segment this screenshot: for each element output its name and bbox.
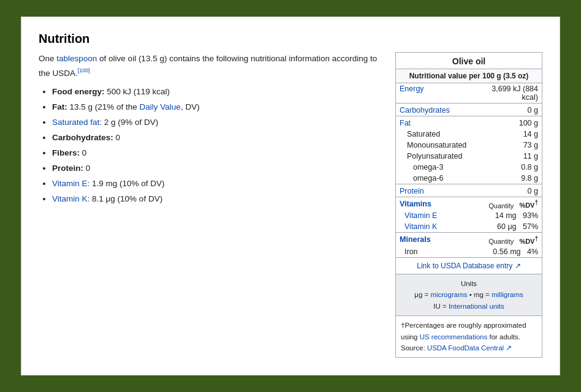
mono-value: 73 g xyxy=(470,140,542,151)
mg-mid: • mg = xyxy=(467,291,492,298)
table-row: Iron 0.56 mg 4% xyxy=(396,246,542,257)
international-units-link[interactable]: International units xyxy=(449,303,504,310)
list-item: Vitamin E: 1.9 mg (10% of DV) xyxy=(52,177,383,191)
vitamin-k-table-link[interactable]: Vitamin K xyxy=(404,222,437,231)
main-content: One tablespoon of olive oil (13.5 g) con… xyxy=(39,52,542,358)
fat-table-value: 100 g xyxy=(470,116,542,129)
list-item: Fat: 13.5 g (21% of the Daily Value, DV) xyxy=(52,100,383,115)
vitamins-header-row: Vitamins Quantity %DV† xyxy=(396,197,542,210)
list-item: Vitamin K: 8.1 μg (10% of DV) xyxy=(52,192,383,206)
fat-label: Fat: xyxy=(52,102,67,111)
vitamin-e-value: 1.9 mg (10% of DV) xyxy=(92,179,165,188)
vitamins-cols: Quantity %DV† xyxy=(470,197,542,210)
omega6-label: omega-6 xyxy=(396,173,470,184)
fat-table-link[interactable]: Fat xyxy=(400,119,411,127)
iron-label: Iron xyxy=(396,246,470,257)
carbohydrates-value: 0 g xyxy=(470,103,542,116)
poly-label: Polyunsaturated xyxy=(396,151,470,162)
list-item: Saturated fat: 2 g (9% of DV) xyxy=(52,116,383,130)
fibers-label: Fibers: xyxy=(52,148,80,157)
page-title: Nutrition xyxy=(39,32,542,46)
olive-oil-subtitle: Nutritional value per 100 g (3.5 oz) xyxy=(396,69,542,83)
fat-value-before: 13.5 g (21% of the xyxy=(70,102,140,111)
usda-fooddata-link[interactable]: USDA FoodData Central ↗ xyxy=(427,344,512,352)
olive-oil-title: Olive oil xyxy=(396,53,542,69)
carbohydrates-link[interactable]: Carbohydrates xyxy=(400,106,450,115)
units-box: Units μg = micrograms • mg = milligrams … xyxy=(396,274,542,315)
list-item: Protein: 0 xyxy=(52,162,383,176)
table-row: Fat 100 g xyxy=(396,116,542,129)
table-row: Energy 3,699 kJ (884 kcal) xyxy=(396,83,542,104)
disclaimer-box: †Percentages are roughly approximated us… xyxy=(396,315,542,357)
food-energy-label: Food energy: xyxy=(52,87,105,96)
food-energy-value: 500 kJ (119 kcal) xyxy=(107,87,170,96)
fibers-value: 0 xyxy=(82,148,87,157)
daily-value-link[interactable]: Daily Value xyxy=(140,102,181,111)
saturated-label: Saturated xyxy=(396,129,470,140)
disclaimer-text2: for adults. xyxy=(487,333,520,341)
poly-value: 11 g xyxy=(470,151,542,162)
omega6-value: 9.8 g xyxy=(470,173,542,184)
carbs-value: 0 xyxy=(116,133,121,142)
iu-text: IU = xyxy=(433,303,449,310)
vitamin-e-table-val: 14 mg 93% xyxy=(470,210,542,221)
minerals-label: Minerals xyxy=(396,233,470,246)
table-row: Vitamin E 14 mg 93% xyxy=(396,210,542,221)
intro-paragraph: One tablespoon of olive oil (13.5 g) con… xyxy=(39,52,383,80)
vitamin-k-value: 8.1 μg (10% of DV) xyxy=(92,194,162,203)
table-row: Saturated 14 g xyxy=(396,129,542,140)
saturated-fat-value: 2 g (9% of DV) xyxy=(104,118,159,127)
milligrams-link[interactable]: milligrams xyxy=(492,291,523,298)
energy-link[interactable]: Energy xyxy=(400,85,424,93)
minerals-cols: Quantity %DV† xyxy=(470,233,542,246)
protein-table-value: 0 g xyxy=(470,184,542,197)
source-label: Source: xyxy=(401,344,427,352)
units-line2: IU = International units xyxy=(401,301,537,312)
list-item: Carbohydrates: 0 xyxy=(52,131,383,145)
mono-label: Monounsaturated xyxy=(396,140,470,151)
table-row: Protein 0 g xyxy=(396,184,542,197)
carbs-label: Carbohydrates: xyxy=(52,133,113,142)
intro-text-before: One xyxy=(39,54,56,63)
micrograms-link[interactable]: micrograms xyxy=(430,291,467,298)
us-recommendations-link[interactable]: US recommendations xyxy=(420,333,488,341)
left-column: One tablespoon of olive oil (13.5 g) con… xyxy=(39,52,383,358)
tablespoon-link[interactable]: tablespoon xyxy=(56,54,97,63)
vitamin-e-link[interactable]: Vitamin E: xyxy=(52,179,89,188)
table-row: Vitamin K 60 μg 57% xyxy=(396,221,542,233)
ref-100: [100] xyxy=(78,67,90,74)
table-row: Carbohydrates 0 g xyxy=(396,103,542,116)
usda-link-row: Link to USDA Database entry ↗ xyxy=(396,257,542,274)
vitamin-e-table-link[interactable]: Vitamin E xyxy=(404,211,437,220)
energy-value: 3,699 kJ (884 kcal) xyxy=(470,83,542,104)
minerals-header-row: Minerals Quantity %DV† xyxy=(396,233,542,246)
page-container: Nutrition One tablespoon of olive oil (1… xyxy=(21,17,560,376)
protein-label: Protein: xyxy=(52,164,83,173)
vitamin-k-table-val: 60 μg 57% xyxy=(470,221,542,233)
table-row: Polyunsaturated 11 g xyxy=(396,151,542,162)
iron-value: 0.56 mg 4% xyxy=(470,246,542,257)
nutrition-data-table: Energy 3,699 kJ (884 kcal) Carbohydrates… xyxy=(396,83,542,257)
nutrition-list: Food energy: 500 kJ (119 kcal) Fat: 13.5… xyxy=(39,85,383,206)
olive-oil-box: Olive oil Nutritional value per 100 g (3… xyxy=(395,52,542,358)
saturated-fat-link[interactable]: Saturated fat: xyxy=(52,118,102,127)
table-row: Monounsaturated 73 g xyxy=(396,140,542,151)
list-item: Fibers: 0 xyxy=(52,146,383,160)
vitamins-label: Vitamins xyxy=(396,197,470,210)
usda-link[interactable]: Link to USDA Database entry ↗ xyxy=(417,262,520,270)
vitamin-k-link[interactable]: Vitamin K: xyxy=(52,194,89,203)
omega3-value: 0.8 g xyxy=(470,162,542,173)
saturated-value: 14 g xyxy=(470,129,542,140)
list-item: Food energy: 500 kJ (119 kcal) xyxy=(52,85,383,99)
table-row: omega-3 0.8 g xyxy=(396,162,542,173)
protein-value: 0 xyxy=(86,164,91,173)
omega3-label: omega-3 xyxy=(396,162,470,173)
ug-text: μg = xyxy=(414,291,430,298)
table-row: omega-6 9.8 g xyxy=(396,173,542,184)
units-title: Units xyxy=(401,278,537,289)
protein-table-link[interactable]: Protein xyxy=(400,187,424,195)
fat-value-after: , DV) xyxy=(181,102,200,111)
units-line1: μg = micrograms • mg = milligrams xyxy=(401,289,537,300)
